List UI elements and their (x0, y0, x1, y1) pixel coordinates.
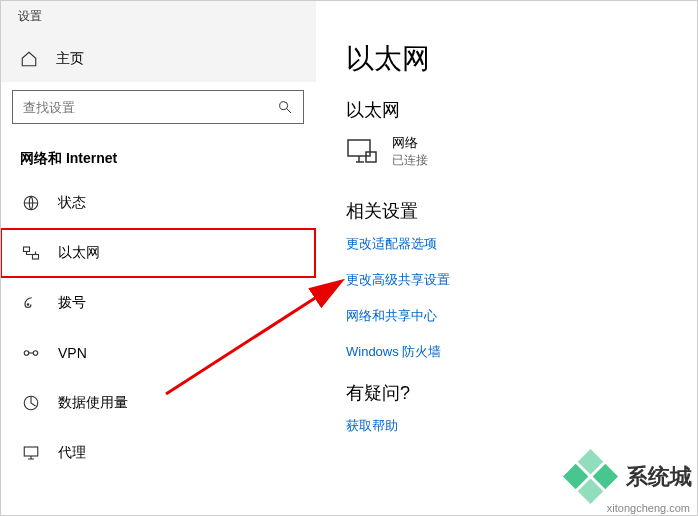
search-input[interactable] (23, 100, 277, 115)
svg-rect-3 (24, 247, 30, 252)
search-icon (277, 99, 293, 115)
related-settings-header: 相关设置 (346, 199, 698, 223)
vpn-icon (22, 344, 40, 362)
watermark-url: xitongcheng.com (607, 502, 690, 514)
svg-rect-10 (24, 447, 38, 456)
nav-item-ethernet[interactable]: 以太网 (0, 228, 316, 278)
link-network-sharing-center[interactable]: 网络和共享中心 (346, 307, 698, 325)
svg-rect-12 (366, 152, 376, 162)
nav-item-dialup[interactable]: 拨号 (0, 278, 316, 328)
svg-rect-4 (33, 255, 39, 260)
network-name: 网络 (392, 134, 428, 152)
nav-item-label: 拨号 (58, 294, 86, 312)
home-label: 主页 (56, 50, 84, 68)
nav-item-label: 代理 (58, 444, 86, 462)
window-title: 设置 (0, 0, 316, 36)
svg-point-5 (27, 304, 29, 306)
nav-item-proxy[interactable]: 代理 (0, 428, 316, 478)
search-box[interactable] (12, 90, 304, 124)
svg-line-1 (287, 109, 291, 113)
category-header: 网络和 Internet (0, 132, 316, 178)
settings-sidebar: 设置 主页 网络和 Internet 状态 (0, 0, 316, 516)
nav-item-data-usage[interactable]: 数据使用量 (0, 378, 316, 428)
dialup-icon (22, 294, 40, 312)
nav-list: 状态 以太网 拨号 VPN (0, 178, 316, 478)
ethernet-icon (22, 244, 40, 262)
settings-content: 以太网 以太网 网络 已连接 相关设置 更改适配器选项 更改高级共享设置 网络和… (316, 0, 698, 516)
network-entry[interactable]: 网络 已连接 (346, 134, 698, 169)
status-icon (22, 194, 40, 212)
svg-point-0 (280, 102, 288, 110)
svg-point-7 (33, 351, 38, 356)
nav-item-vpn[interactable]: VPN (0, 328, 316, 378)
help-header: 有疑问? (346, 381, 698, 405)
home-button[interactable]: 主页 (0, 36, 316, 82)
proxy-icon (22, 444, 40, 462)
nav-item-label: VPN (58, 345, 87, 361)
link-get-help[interactable]: 获取帮助 (346, 417, 698, 435)
data-usage-icon (22, 394, 40, 412)
nav-item-label: 数据使用量 (58, 394, 128, 412)
page-title: 以太网 (346, 40, 698, 78)
adapter-section-title: 以太网 (346, 98, 698, 122)
network-status: 已连接 (392, 152, 428, 169)
nav-item-status[interactable]: 状态 (0, 178, 316, 228)
link-advanced-sharing[interactable]: 更改高级共享设置 (346, 271, 698, 289)
network-monitor-icon (346, 136, 378, 168)
nav-item-label: 状态 (58, 194, 86, 212)
home-icon (20, 50, 38, 68)
link-windows-firewall[interactable]: Windows 防火墙 (346, 343, 698, 361)
nav-item-label: 以太网 (58, 244, 100, 262)
svg-point-6 (24, 351, 29, 356)
link-adapter-options[interactable]: 更改适配器选项 (346, 235, 698, 253)
